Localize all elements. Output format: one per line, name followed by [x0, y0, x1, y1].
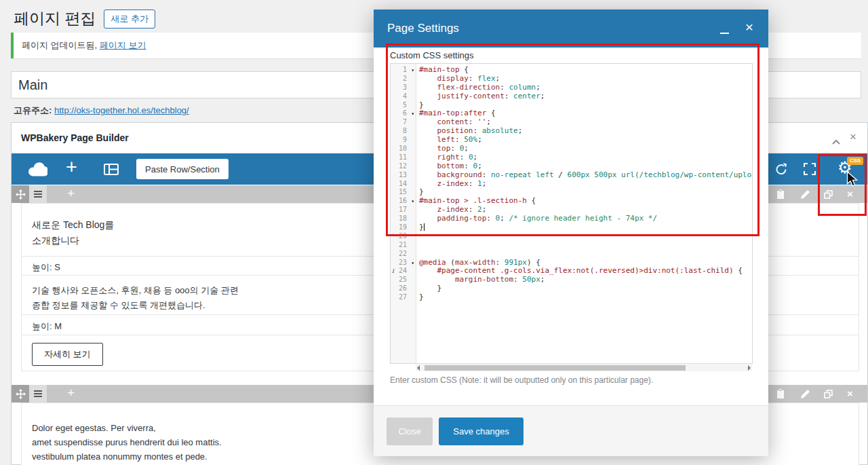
text-caret [424, 223, 425, 231]
permalink-label: 고유주소: [14, 105, 52, 115]
lint-info-icon: i [392, 267, 394, 276]
line-number: 4 [391, 92, 416, 101]
css-code-editor[interactable]: 1▾23456▾78910111213141516▾17181920212223… [390, 63, 753, 364]
code-line[interactable]: justify-content: center; [419, 92, 752, 101]
permalink-link[interactable]: http://oks-together.hol.es/techblog/ [54, 105, 189, 115]
paste-icon[interactable] [776, 189, 785, 202]
line-number: 20 [391, 232, 416, 241]
line-number: 25 [391, 276, 416, 284]
cloud-icon[interactable] [26, 162, 47, 179]
row-layout-icon[interactable] [29, 385, 47, 403]
editor-horizontal-scrollbar[interactable] [416, 363, 752, 371]
line-number: 18 [391, 215, 416, 223]
copy-icon[interactable] [824, 189, 833, 202]
templates-icon[interactable] [104, 164, 119, 178]
code-line[interactable]: padding-top: 0; /* ignore header height … [419, 215, 752, 223]
view-page-link[interactable]: 페이지 보기 [100, 40, 146, 50]
line-number: 13 [391, 171, 416, 180]
edit-icon[interactable] [801, 389, 810, 401]
code-line[interactable] [419, 232, 752, 241]
panel-title: WPBakery Page Builder [21, 123, 129, 153]
add-element-icon[interactable]: + [66, 155, 77, 179]
code-line[interactable]: z-index: 1; [419, 180, 752, 189]
line-number: 6▾ [391, 109, 416, 118]
redo-icon[interactable] [775, 163, 788, 178]
scrollbar-thumb[interactable] [425, 365, 686, 371]
line-number: 8 [391, 127, 416, 136]
line-number: 19 [391, 223, 416, 232]
css-badge: CSS [847, 157, 863, 165]
helper-text: Enter custom CSS (Note: it will be outpu… [390, 375, 653, 385]
line-number: 22 [391, 250, 416, 259]
modal-footer: Close Save changes [374, 405, 768, 456]
paste-row-section-button[interactable]: Paste Row/Section [136, 159, 229, 179]
paste-icon[interactable] [776, 389, 785, 401]
fullscreen-icon[interactable] [804, 163, 816, 178]
line-number: 14 [391, 180, 416, 189]
modal-title: Page Settings [387, 10, 459, 48]
move-row-icon[interactable] [12, 185, 29, 203]
code-line[interactable]: } [419, 284, 752, 293]
more-button[interactable]: 자세히 보기 [32, 343, 103, 366]
add-new-button[interactable]: 새로 추가 [104, 10, 155, 29]
move-row-icon[interactable] [12, 385, 29, 403]
edit-icon[interactable] [801, 189, 810, 202]
custom-css-label: Custom CSS settings [390, 50, 474, 60]
line-number: 23▾ [391, 259, 416, 267]
save-changes-button[interactable]: Save changes [439, 417, 524, 445]
scroll-right-arrow-icon[interactable] [748, 365, 751, 371]
chevron-up-icon[interactable] [832, 135, 840, 147]
line-number: 17 [391, 206, 416, 215]
delete-icon[interactable]: × [847, 188, 853, 200]
copy-icon[interactable] [824, 389, 833, 401]
panel-close-icon[interactable]: × [850, 131, 856, 143]
line-number: i24 [391, 267, 416, 276]
line-number: 1▾ [391, 66, 416, 75]
css-code-gutter: 1▾23456▾78910111213141516▾17181920212223… [391, 64, 416, 363]
add-column-icon[interactable]: + [67, 386, 75, 401]
line-number: 10 [391, 145, 416, 153]
notice-text: 페이지 업데이트됨, [22, 40, 97, 50]
line-number: 15 [391, 188, 416, 197]
line-number: 12 [391, 162, 416, 171]
delete-icon[interactable]: × [847, 388, 853, 399]
line-number: 2 [391, 75, 416, 83]
line-number: 5 [391, 101, 416, 110]
row-layout-icon[interactable] [29, 185, 47, 203]
css-code-lines[interactable]: #main-top { display: flex; flex-directio… [416, 64, 752, 363]
code-line[interactable]: } [419, 293, 752, 302]
height-s-label: 높이: S [32, 262, 60, 272]
code-line[interactable]: } [419, 223, 752, 232]
line-number: 21 [391, 241, 416, 250]
line-number: 26 [391, 284, 416, 293]
scroll-left-arrow-icon[interactable] [417, 365, 420, 371]
line-number: 7 [391, 118, 416, 127]
minimize-icon[interactable] [720, 33, 729, 34]
add-column-icon[interactable]: + [67, 186, 75, 201]
line-number: 3 [391, 83, 416, 92]
code-line[interactable] [419, 241, 752, 250]
code-line[interactable]: left: 50%; [419, 136, 752, 145]
permalink: 고유주소: http://oks-together.hol.es/techblo… [14, 105, 189, 117]
line-number: 11 [391, 153, 416, 162]
page-header: 페이지 편집 새로 추가 [14, 8, 155, 29]
height-m-label: 높이: M [32, 321, 62, 331]
close-icon[interactable]: × [745, 20, 753, 34]
page-settings-modal: Page Settings × Custom CSS settings 1▾23… [374, 10, 768, 456]
close-button[interactable]: Close [387, 417, 433, 445]
modal-header[interactable]: Page Settings × [374, 10, 768, 48]
line-number: 16▾ [391, 197, 416, 206]
page-title: 페이지 편집 [14, 8, 96, 29]
line-number: 27 [391, 293, 416, 302]
line-number: 9 [391, 136, 416, 145]
code-line[interactable]: margin-bottom: 50px; [419, 276, 752, 284]
